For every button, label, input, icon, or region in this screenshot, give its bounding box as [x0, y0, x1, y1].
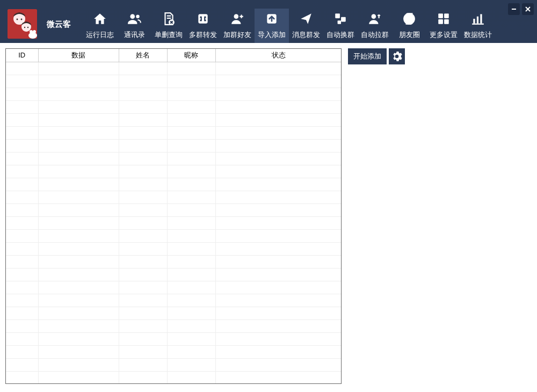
table-cell [215, 100, 342, 113]
nav-msg_bulk[interactable]: 消息群发 [289, 9, 323, 43]
table-cell [6, 75, 38, 88]
start-add-button[interactable]: 开始添加 [348, 48, 387, 64]
table-row[interactable] [6, 178, 342, 191]
table-row[interactable] [6, 191, 342, 204]
table-row[interactable] [6, 242, 342, 255]
table-cell [215, 75, 342, 88]
table-cell [38, 152, 119, 165]
table-cell [215, 139, 342, 152]
nav-label: 自动拉群 [361, 30, 389, 40]
table-cell [215, 178, 342, 191]
table-cell [215, 229, 342, 242]
table-cell [6, 113, 38, 126]
table-cell [6, 255, 38, 268]
table-cell [167, 204, 215, 216]
table-row[interactable] [6, 139, 342, 152]
nav-moments[interactable]: 朋友圈 [392, 9, 426, 43]
data-table: ID数据姓名昵称状态 [6, 49, 342, 384]
col-header-nickname[interactable]: 昵称 [167, 49, 215, 62]
nav-auto_switch_group[interactable]: 自动换群 [323, 9, 358, 43]
close-button[interactable] [522, 3, 534, 15]
nav-label: 更多设置 [430, 30, 458, 40]
table-cell [119, 62, 167, 75]
table-cell [38, 255, 119, 268]
nav-import_add[interactable]: 导入添加 [255, 9, 289, 43]
table-row[interactable] [6, 204, 342, 216]
col-header-id[interactable]: ID [6, 49, 38, 62]
svg-rect-32 [477, 17, 478, 24]
nav-add_group_friend[interactable]: 加群好友 [220, 9, 255, 43]
contacts-icon [127, 11, 141, 27]
table-row[interactable] [6, 216, 342, 229]
table-cell [167, 358, 215, 371]
svg-rect-30 [444, 19, 449, 24]
table-cell [167, 294, 215, 307]
table-cell [119, 332, 167, 345]
table-row[interactable] [6, 358, 342, 371]
table-cell [6, 139, 38, 152]
home-icon [93, 11, 107, 27]
table-cell [119, 178, 167, 191]
table-cell [215, 152, 342, 165]
table-cell [167, 242, 215, 255]
nav-label: 消息群发 [292, 30, 320, 40]
col-header-name[interactable]: 姓名 [119, 49, 167, 62]
table-cell [167, 178, 215, 191]
table-cell [6, 281, 38, 294]
table-row[interactable] [6, 88, 342, 100]
table-cell [38, 371, 119, 384]
table-cell [38, 358, 119, 371]
table-cell [119, 242, 167, 255]
table-row[interactable] [6, 165, 342, 178]
table-row[interactable] [6, 345, 342, 358]
nav-contacts[interactable]: 通讯录 [117, 9, 151, 43]
table-row[interactable] [6, 75, 342, 88]
swap-icon [196, 11, 210, 27]
table-row[interactable] [6, 307, 342, 320]
nav-label: 加群好友 [223, 30, 251, 40]
table-row[interactable] [6, 281, 342, 294]
table-cell [215, 62, 342, 75]
table-cell [167, 126, 215, 139]
app-name: 微云客 [47, 19, 71, 30]
nav-label: 运行日志 [86, 30, 114, 40]
nav-log[interactable]: 运行日志 [83, 9, 117, 43]
svg-rect-31 [473, 19, 475, 24]
svg-rect-33 [480, 14, 482, 23]
svg-rect-29 [438, 19, 443, 24]
table-cell [167, 268, 215, 281]
table-row[interactable] [6, 152, 342, 165]
table-row[interactable] [6, 320, 342, 332]
table-row[interactable] [6, 255, 342, 268]
minimize-button[interactable] [508, 3, 520, 15]
nav-auto_pull_group[interactable]: 自动拉群 [358, 9, 392, 43]
table-row[interactable] [6, 100, 342, 113]
table-cell [6, 100, 38, 113]
table-cell [215, 345, 342, 358]
table-cell [215, 358, 342, 371]
navbar: 运行日志通讯录单删查询多群转发加群好友导入添加消息群发自动换群自动拉群朋友圈更多… [83, 0, 495, 43]
svg-point-2 [17, 18, 18, 20]
table-cell [167, 216, 215, 229]
nav-multi_forward[interactable]: 多群转发 [186, 9, 220, 43]
nav-more_settings[interactable]: 更多设置 [426, 9, 461, 43]
nav-single_delete[interactable]: 单删查询 [151, 9, 186, 43]
table-row[interactable] [6, 113, 342, 126]
table-cell [119, 229, 167, 242]
col-header-status[interactable]: 状态 [215, 49, 342, 62]
table-row[interactable] [6, 332, 342, 345]
col-header-data[interactable]: 数据 [38, 49, 119, 62]
table-row[interactable] [6, 126, 342, 139]
settings-gear-button[interactable] [389, 48, 405, 64]
table-cell [6, 345, 38, 358]
table-cell [119, 165, 167, 178]
svg-point-25 [372, 14, 376, 19]
table-row[interactable] [6, 268, 342, 281]
table-row[interactable] [6, 371, 342, 384]
nav-stats[interactable]: 数据统计 [461, 9, 495, 43]
table-row[interactable] [6, 294, 342, 307]
nav-label: 单删查询 [155, 30, 183, 40]
table-cell [215, 88, 342, 100]
table-row[interactable] [6, 229, 342, 242]
table-row[interactable] [6, 62, 342, 75]
